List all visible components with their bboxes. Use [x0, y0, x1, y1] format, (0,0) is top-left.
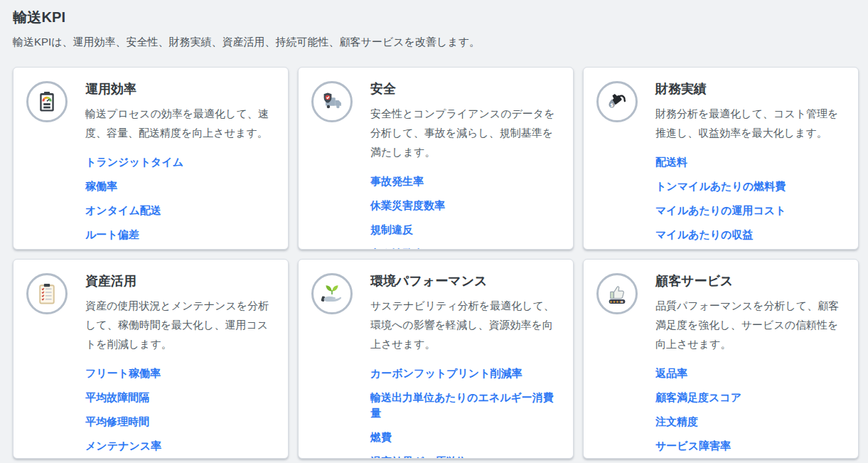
- kpi-link-utilization-rate[interactable]: 稼働率: [85, 179, 117, 194]
- kpi-cards-grid: 運用効率 輸送プロセスの効率を最適化して、速度、容量、配送精度を向上させます。 …: [13, 67, 859, 459]
- kpi-link-on-time-delivery[interactable]: オンタイム配送: [85, 203, 161, 218]
- kpi-link-operating-cost-per-mile[interactable]: マイルあたりの運用コスト: [655, 203, 786, 218]
- card-title: 顧客サービス: [655, 272, 844, 289]
- kpi-link-maintenance-rate[interactable]: メンテナンス率: [85, 438, 161, 454]
- kpi-link-ghg-intensity[interactable]: 温室効果ガス原単位: [370, 454, 467, 459]
- kpi-link-customer-satisfaction-score[interactable]: 顧客満足度スコア: [655, 390, 741, 405]
- kpi-card-asset-utilization: 資産活用 資産の使用状況とメンテナンスを分析して、稼働時間を最大化し、運用コスト…: [13, 259, 289, 459]
- kpi-link-list: 返品率 顧客満足度スコア 注文精度 サービス障害率: [655, 366, 844, 454]
- kpi-link-return-rate[interactable]: 返品率: [655, 366, 687, 381]
- kpi-link-carbon-footprint-reduction[interactable]: カーボンフットプリント削減率: [370, 366, 523, 381]
- kpi-link-lost-time-injury-frequency[interactable]: 休業災害度数率: [370, 198, 445, 213]
- gauge-clipboard-icon: [26, 81, 68, 122]
- kpi-card-safety: 安全 安全性とコンプライアンスのデータを分析して、事故を減らし、規制基準を満たし…: [298, 67, 574, 250]
- kpi-link-fuel-cost-per-ton-mile[interactable]: トンマイルあたりの燃料費: [655, 179, 786, 194]
- fuel-dollar-icon: $: [596, 81, 638, 122]
- kpi-link-list: トランジットタイム 稼働率 オンタイム配送 ルート偏差: [85, 154, 274, 243]
- kpi-link-list: カーボンフットプリント削減率 輸送出力単位あたりのエネルギー消費量 燃費 温室効…: [370, 366, 559, 459]
- kpi-link-mean-time-between-failures[interactable]: 平均故障間隔: [85, 390, 149, 405]
- eco-hand-sprout-icon: [311, 273, 353, 314]
- kpi-link-route-deviation[interactable]: ルート偏差: [85, 227, 139, 243]
- kpi-card-customer-service: ★★★★ ★ 顧客サービス 品質パフォーマンスを分析して、顧客満足度を強化し、サ…: [583, 259, 859, 459]
- kpi-link-fuel-economy[interactable]: 燃費: [370, 430, 392, 445]
- card-title: 環境パフォーマンス: [370, 272, 559, 289]
- checklist-clipboard-icon: [26, 273, 68, 314]
- kpi-link-energy-consumption-per-transport-output[interactable]: 輸送出力単位あたりのエネルギー消費量: [370, 390, 559, 421]
- kpi-link-list: 配送料 トンマイルあたりの燃料費 マイルあたりの運用コスト マイルあたりの収益: [655, 154, 844, 243]
- kpi-link-safety-audit-score[interactable]: 安全性監査スコア: [370, 246, 456, 250]
- page-header: 輸送KPI 輸送KPIは、運用効率、安全性、財務実績、資産活用、持続可能性、顧客…: [0, 0, 868, 49]
- kpi-link-transit-time[interactable]: トランジットタイム: [85, 154, 183, 170]
- card-title: 財務実績: [655, 80, 844, 97]
- card-title: 運用効率: [85, 80, 274, 97]
- kpi-card-environmental-performance: 環境パフォーマンス サステナビリティ分析を最適化して、環境への影響を軽減し、資源…: [298, 259, 574, 459]
- shield-truck-icon: [311, 81, 353, 122]
- card-description: 品質パフォーマンスを分析して、顧客満足度を強化し、サービスの信頼性を向上させます…: [655, 296, 844, 353]
- svg-text:$: $: [610, 102, 614, 108]
- card-title: 資産活用: [85, 272, 274, 289]
- kpi-link-service-failure-rate[interactable]: サービス障害率: [655, 438, 731, 454]
- kpi-card-operational-efficiency: 運用効率 輸送プロセスの効率を最適化して、速度、容量、配送精度を向上させます。 …: [13, 67, 289, 250]
- page-title: 輸送KPI: [13, 8, 855, 27]
- kpi-link-regulatory-violations[interactable]: 規制違反: [370, 222, 413, 238]
- kpi-link-order-accuracy[interactable]: 注文精度: [655, 414, 698, 430]
- card-description: 財務分析を最適化して、コスト管理を推進し、収益効率を最大化します。: [655, 104, 844, 142]
- card-title: 安全: [370, 80, 559, 97]
- card-description: 安全性とコンプライアンスのデータを分析して、事故を減らし、規制基準を満たします。: [370, 104, 559, 161]
- kpi-link-list: フリート稼働率 平均故障間隔 平均修理時間 メンテナンス率: [85, 366, 274, 454]
- card-description: 輸送プロセスの効率を最適化して、速度、容量、配送精度を向上させます。: [85, 104, 274, 142]
- kpi-link-accident-rate[interactable]: 事故発生率: [370, 174, 424, 189]
- kpi-card-financial-performance: $ 財務実績 財務分析を最適化して、コスト管理を推進し、収益効率を最大化します。…: [583, 67, 859, 250]
- page-subtitle: 輸送KPIは、運用効率、安全性、財務実績、資産活用、持続可能性、顧客サービスを改…: [13, 36, 855, 49]
- kpi-link-list: 事故発生率 休業災害度数率 規制違反 安全性監査スコア: [370, 174, 559, 250]
- thumbs-up-stars-icon: ★★★★ ★: [596, 273, 638, 314]
- kpi-link-delivery-cost[interactable]: 配送料: [655, 154, 687, 170]
- card-description: サステナビリティ分析を最適化して、環境への影響を軽減し、資源効率を向上させます。: [370, 296, 559, 353]
- card-description: 資産の使用状況とメンテナンスを分析して、稼働時間を最大化し、運用コストを削減しま…: [85, 296, 274, 353]
- svg-text:★: ★: [621, 299, 624, 304]
- kpi-link-revenue-per-mile[interactable]: マイルあたりの収益: [655, 227, 753, 243]
- kpi-link-fleet-utilization[interactable]: フリート稼働率: [85, 366, 161, 381]
- kpi-link-mean-time-to-repair[interactable]: 平均修理時間: [85, 414, 149, 430]
